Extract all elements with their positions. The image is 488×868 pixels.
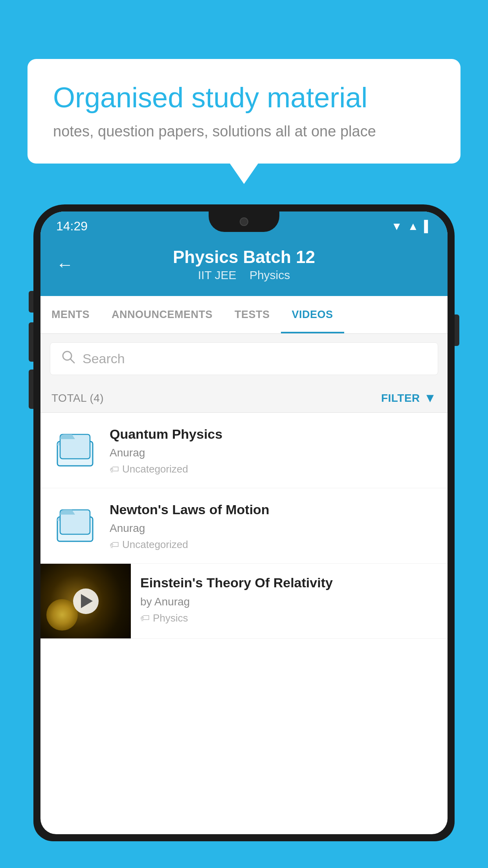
back-button[interactable]: ← (56, 255, 73, 274)
list-item[interactable]: Einstein's Theory Of Relativity by Anura… (40, 564, 448, 639)
video-tag-3: 🏷 Physics (140, 612, 437, 624)
video-info-2: Newton's Laws of Motion Anurag 🏷 Uncateg… (110, 501, 437, 551)
phone-container: 14:29 ▼ ▲ ▌ ← Physics Batch 12 IIT JEE (33, 204, 455, 868)
speech-bubble-container: Organised study material notes, question… (28, 59, 460, 164)
video-info-1: Quantum Physics Anurag 🏷 Uncategorized (110, 425, 437, 475)
speech-bubble: Organised study material notes, question… (28, 59, 460, 164)
search-container: Search (40, 334, 448, 384)
video-author-3: by Anurag (140, 596, 437, 608)
filter-button[interactable]: FILTER ▼ (381, 391, 437, 405)
video-thumbnail-einstein (40, 564, 131, 638)
filter-icon: ▼ (424, 391, 437, 405)
list-item[interactable]: Newton's Laws of Motion Anurag 🏷 Uncateg… (40, 488, 448, 564)
subject-iitjee: IIT JEE (198, 268, 237, 281)
tag-icon-1: 🏷 (110, 464, 119, 475)
battery-icon: ▌ (424, 220, 432, 233)
video-list: Quantum Physics Anurag 🏷 Uncategorized (40, 413, 448, 639)
volume-down-button (29, 370, 33, 409)
bubble-subtitle: notes, question papers, solutions all at… (53, 123, 435, 140)
video-author-1: Anurag (110, 447, 437, 459)
total-count: TOTAL (4) (51, 392, 104, 405)
video-tag-2: 🏷 Uncategorized (110, 539, 437, 551)
batch-title: Physics Batch 12 (173, 247, 315, 267)
volume-up-button (29, 322, 33, 362)
tag-icon-3: 🏷 (140, 612, 150, 623)
tag-label-3: Physics (153, 612, 188, 624)
video-title-2: Newton's Laws of Motion (110, 501, 437, 518)
list-item[interactable]: Quantum Physics Anurag 🏷 Uncategorized (40, 413, 448, 488)
video-title-1: Quantum Physics (110, 425, 437, 443)
tag-icon-2: 🏷 (110, 539, 119, 550)
search-bar[interactable]: Search (50, 342, 438, 375)
tab-videos[interactable]: VIDEOS (281, 296, 344, 333)
filter-label: FILTER (381, 392, 420, 405)
tab-announcements[interactable]: ANNOUNCEMENTS (101, 296, 224, 333)
folder-thumbnail-2 (51, 501, 99, 548)
signal-icon: ▲ (407, 220, 418, 233)
video-tag-1: 🏷 Uncategorized (110, 463, 437, 475)
header-nav: ← Physics Batch 12 IIT JEE Physics (40, 241, 448, 285)
tab-tests[interactable]: TESTS (224, 296, 281, 333)
status-time: 14:29 (56, 219, 88, 234)
play-icon (81, 594, 93, 608)
phone-outer: 14:29 ▼ ▲ ▌ ← Physics Batch 12 IIT JEE (33, 204, 455, 841)
phone-screen: 14:29 ▼ ▲ ▌ ← Physics Batch 12 IIT JEE (40, 211, 448, 834)
front-camera (240, 217, 248, 226)
svg-line-1 (70, 359, 74, 363)
subject-physics: Physics (250, 268, 290, 281)
filter-bar: TOTAL (4) FILTER ▼ (40, 384, 448, 413)
video-info-3: Einstein's Theory Of Relativity by Anura… (131, 564, 437, 634)
bubble-title: Organised study material (53, 81, 435, 114)
search-placeholder: Search (83, 351, 125, 366)
wifi-icon: ▼ (391, 220, 402, 233)
video-author-2: Anurag (110, 522, 437, 535)
play-button[interactable] (73, 588, 99, 614)
status-icons: ▼ ▲ ▌ (391, 220, 432, 233)
batch-subtitle: IIT JEE Physics (173, 268, 315, 282)
phone-notch (209, 211, 279, 232)
folder-thumbnail-1 (51, 425, 99, 473)
tag-label-1: Uncategorized (122, 463, 188, 475)
tab-ments[interactable]: MENTS (40, 296, 101, 333)
tag-label-2: Uncategorized (122, 539, 188, 551)
tabs-bar: MENTS ANNOUNCEMENTS TESTS VIDEOS (40, 296, 448, 334)
power-button (455, 314, 459, 346)
video-title-3: Einstein's Theory Of Relativity (140, 574, 437, 591)
search-icon (61, 350, 75, 368)
silent-button (29, 291, 33, 313)
